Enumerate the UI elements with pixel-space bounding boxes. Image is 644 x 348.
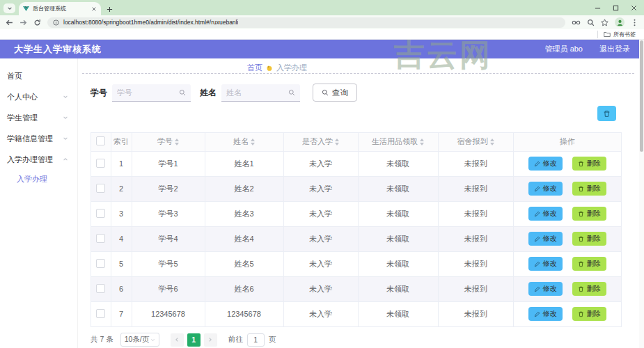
sort-icons[interactable]	[490, 139, 494, 145]
row-checkbox[interactable]	[96, 309, 105, 318]
current-page-button[interactable]: 1	[187, 333, 201, 347]
goto-suffix-label: 页	[269, 335, 276, 345]
col-header-dorm[interactable]: 宿舍报到	[438, 133, 513, 151]
window-controls	[595, 0, 637, 15]
trash-icon	[578, 261, 584, 267]
close-window-icon[interactable]	[631, 5, 637, 11]
chevron-left-icon	[174, 337, 180, 342]
minimize-icon[interactable]	[595, 5, 601, 11]
goto-page-input[interactable]	[247, 333, 265, 347]
all-bookmarks-button[interactable]: 所有书签	[597, 31, 636, 38]
sort-icons[interactable]	[251, 139, 255, 145]
profile-avatar[interactable]	[615, 17, 625, 27]
row-checkbox[interactable]	[96, 284, 105, 293]
row-checkbox[interactable]	[96, 184, 105, 193]
batch-delete-button[interactable]	[597, 106, 616, 121]
row-select-cell	[91, 226, 111, 251]
col-header-enrolled[interactable]: 是否入学	[283, 133, 358, 151]
student-id-input[interactable]	[117, 88, 179, 97]
sidebar-subitem-label: 入学办理	[17, 174, 47, 184]
cell-enrolled: 未入学	[283, 276, 358, 301]
sidebar-item-enrollment-management[interactable]: 入学办理管理	[0, 149, 77, 170]
prev-page-button[interactable]	[171, 333, 184, 347]
edit-button[interactable]: 修改	[528, 257, 563, 271]
tab-close-icon[interactable]	[91, 6, 97, 12]
cell-dorm: 未报到	[438, 276, 513, 301]
table-row: 2 学号2 姓名2 未入学 未领取 未报到 修改 删除	[91, 176, 621, 201]
sidebar-item-personal-center[interactable]: 个人中心	[0, 86, 77, 107]
delete-button[interactable]: 删除	[572, 257, 606, 271]
sort-icons[interactable]	[175, 139, 179, 145]
cell-supplies: 未领取	[358, 226, 438, 251]
name-input[interactable]	[226, 88, 288, 97]
delete-button[interactable]: 删除	[572, 157, 606, 171]
edit-button[interactable]: 修改	[528, 207, 563, 221]
sidebar-item-label: 个人中心	[7, 92, 38, 102]
back-icon[interactable]	[6, 19, 13, 26]
breadcrumb-home[interactable]: 首页	[247, 63, 262, 73]
browser-tab[interactable]: 后台管理系统	[19, 2, 101, 15]
sidebar-item-student-status-management[interactable]: 学籍信息管理	[0, 128, 77, 149]
app-header: 大学生入学审核系统 管理员 abo 退出登录	[0, 40, 644, 58]
reload-icon[interactable]	[33, 19, 41, 26]
delete-button[interactable]: 删除	[572, 232, 606, 246]
sidebar-item-student-management[interactable]: 学生管理	[0, 107, 77, 128]
query-button[interactable]: 查询	[313, 84, 357, 102]
trash-icon	[578, 236, 584, 242]
delete-button[interactable]: 删除	[572, 182, 606, 196]
new-tab-button[interactable]	[107, 6, 113, 13]
page-size-select[interactable]: 10条/页	[120, 333, 159, 347]
cell-name: 姓名4	[205, 226, 283, 251]
row-checkbox[interactable]	[96, 259, 105, 268]
all-bookmarks-label: 所有书签	[613, 31, 636, 38]
forward-icon[interactable]	[19, 19, 27, 26]
browser-menu-icon[interactable]	[631, 19, 638, 26]
sort-icons[interactable]	[335, 139, 339, 145]
row-checkbox[interactable]	[96, 159, 105, 168]
col-header-name[interactable]: 姓名	[205, 133, 283, 151]
student-id-field[interactable]	[112, 84, 191, 102]
sort-icons[interactable]	[420, 139, 424, 145]
cell-actions: 修改 删除	[513, 176, 621, 201]
cell-actions: 修改 删除	[513, 301, 621, 326]
scrollbar-thumb[interactable]	[640, 40, 643, 152]
row-checkbox[interactable]	[96, 209, 105, 218]
site-info-icon[interactable]	[53, 19, 59, 26]
plus-icon	[107, 6, 113, 13]
edit-button[interactable]: 修改	[528, 182, 563, 196]
name-field[interactable]	[221, 84, 300, 102]
trash-icon	[578, 311, 584, 317]
logout-button[interactable]: 退出登录	[599, 44, 630, 54]
cell-index: 5	[111, 251, 132, 276]
row-checkbox[interactable]	[96, 234, 105, 243]
goto-prefix-label: 前往	[228, 335, 243, 345]
cell-actions: 修改 删除	[513, 201, 621, 226]
cell-index: 6	[111, 276, 132, 301]
cell-name: 12345678	[205, 301, 283, 326]
url-bar[interactable]: localhost:8080/springboot1hme0/admin/dis…	[47, 17, 565, 28]
next-page-button[interactable]	[204, 333, 217, 347]
tab-search-button[interactable]	[3, 3, 15, 13]
bookmark-star-icon[interactable]	[601, 19, 608, 26]
password-manager-icon[interactable]	[572, 19, 581, 26]
page-scrollbar[interactable]	[639, 40, 644, 348]
edit-button[interactable]: 修改	[528, 157, 563, 171]
edit-button[interactable]: 修改	[528, 232, 563, 246]
maximize-icon[interactable]	[613, 5, 619, 11]
sidebar-item-home[interactable]: 首页	[0, 65, 77, 86]
admin-app: 大学生入学审核系统 管理员 abo 退出登录 首页 个人中心 学生管理 学籍信息…	[0, 40, 644, 348]
chevron-down-icon	[63, 94, 68, 100]
zoom-icon[interactable]	[587, 19, 595, 26]
edit-icon	[534, 261, 540, 267]
select-all-checkbox[interactable]	[96, 136, 105, 145]
delete-button[interactable]: 删除	[572, 207, 606, 221]
delete-button[interactable]: 删除	[572, 307, 606, 321]
delete-button[interactable]: 删除	[572, 282, 606, 296]
row-select-cell	[91, 276, 111, 301]
table-row: 4 学号4 姓名4 未入学 未领取 未报到 修改 删除	[91, 226, 621, 251]
edit-button[interactable]: 修改	[528, 307, 563, 321]
edit-button[interactable]: 修改	[528, 282, 563, 296]
col-header-supplies[interactable]: 生活用品领取	[358, 133, 438, 151]
sidebar-item-enrollment-processing[interactable]: 入学办理	[0, 170, 77, 188]
col-header-student-id[interactable]: 学号	[132, 133, 205, 151]
